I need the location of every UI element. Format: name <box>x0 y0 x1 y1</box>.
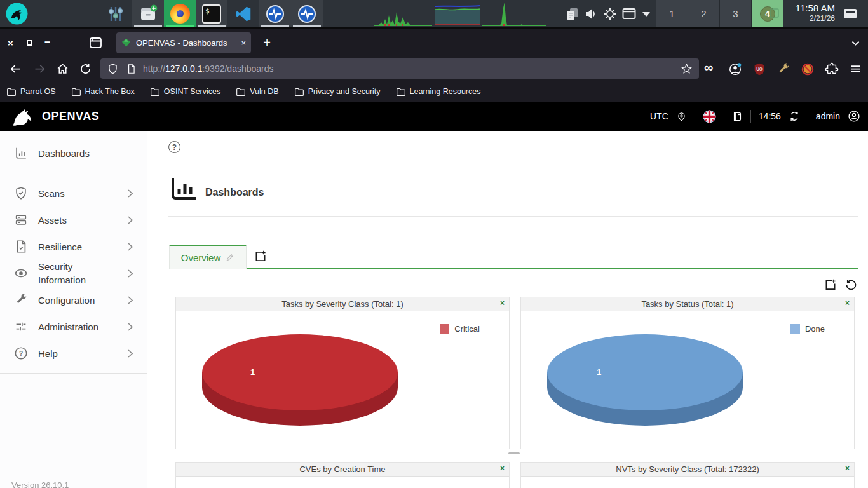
sidebar-item-dashboards[interactable]: Dashboards <box>0 140 147 166</box>
manual-book-icon[interactable] <box>732 111 743 122</box>
panel-header[interactable]: Tasks by Severity Class (Total: 1) × <box>176 297 509 311</box>
bookmark-label: Hack The Box <box>85 87 135 96</box>
panel-close-icon[interactable]: × <box>500 464 505 473</box>
pie-chart-done[interactable]: 1 <box>546 333 743 428</box>
folder-icon <box>71 87 81 97</box>
home-button[interactable] <box>56 62 69 76</box>
back-button[interactable] <box>9 62 22 76</box>
url-text[interactable]: http://127.0.0.1:9392/dashboards <box>143 64 681 74</box>
new-dashboard-icon[interactable] <box>254 250 267 263</box>
reset-icon[interactable] <box>844 278 858 292</box>
network-history-graph[interactable] <box>482 0 546 27</box>
clock[interactable]: 11:58 AM 2/21/26 <box>784 3 835 24</box>
sidebar-item-assets[interactable]: Assets <box>0 207 147 233</box>
gear-icon[interactable] <box>602 6 618 22</box>
bookmark-folder-hack-the-box[interactable]: Hack The Box <box>71 87 135 97</box>
extension-infinity-icon[interactable]: ∞ <box>704 60 713 75</box>
panel-close-icon[interactable]: × <box>845 299 850 308</box>
sidebar-label: Administration <box>38 320 117 334</box>
shield-permissions-icon[interactable] <box>107 63 119 75</box>
vscode-icon <box>234 4 253 24</box>
page-info-icon[interactable] <box>126 63 137 75</box>
row-resize-handle[interactable] <box>508 452 520 454</box>
parrot-menu-icon[interactable] <box>5 2 29 25</box>
window-close-button[interactable]: × <box>8 37 13 48</box>
panel-title: NVTs by Severity Class (Total: 172322) <box>521 464 854 474</box>
clipboard-tray-icon[interactable] <box>564 6 580 22</box>
firefox-launcher-active[interactable] <box>164 0 196 27</box>
bookmark-folder-privacy-and-security[interactable]: Privacy and Security <box>294 87 381 97</box>
extension-blocker-icon[interactable] <box>801 62 815 76</box>
workspace-3[interactable]: 3 <box>719 0 751 27</box>
firefox-view-icon[interactable] <box>89 36 102 50</box>
sidebar-item-resilience[interactable]: Resilience <box>0 233 147 260</box>
memory-history-graph[interactable] <box>435 3 480 25</box>
browser-tab-active[interactable]: OPENVAS - Dashboards × <box>116 32 251 53</box>
openvas-launcher-2[interactable] <box>291 0 323 27</box>
cpu-history-graph[interactable] <box>374 0 432 27</box>
panel-close-icon[interactable]: × <box>845 464 850 473</box>
forward-button[interactable] <box>33 62 46 76</box>
account-icon[interactable] <box>728 62 742 76</box>
refresh-icon[interactable] <box>789 111 800 122</box>
chevron-down-icon[interactable] <box>642 11 651 17</box>
terminal-launcher[interactable]: $_ <box>196 0 227 27</box>
sidebar-item-scans[interactable]: Scans <box>0 180 147 207</box>
tab-close-icon[interactable]: × <box>241 38 246 48</box>
bookmark-folder-learning-resources[interactable]: Learning Resources <box>396 87 481 97</box>
extensions-puzzle-icon[interactable] <box>825 62 839 76</box>
new-tab-button[interactable]: + <box>258 34 276 51</box>
panel-close-icon[interactable]: × <box>500 299 505 308</box>
tray-drawer-icon[interactable] <box>843 8 858 20</box>
location-pin-icon[interactable] <box>676 111 687 122</box>
new-display-icon[interactable] <box>824 278 837 292</box>
bookmark-folder-vuln-db[interactable]: Vuln DB <box>236 87 278 97</box>
panel-header[interactable]: CVEs by Creation Time × <box>176 463 509 477</box>
panel-header[interactable]: NVTs by Severity Class (Total: 172322) × <box>521 463 854 477</box>
page-help-icon[interactable]: ? <box>168 141 180 153</box>
volume-icon[interactable] <box>583 6 599 22</box>
document-check-icon <box>14 240 28 254</box>
window-maximize-button[interactable] <box>27 40 32 46</box>
pie-chart-critical[interactable]: 1 <box>201 333 398 428</box>
panel-nvts-by-severity: NVTs by Severity Class (Total: 172322) × <box>520 462 855 488</box>
panel-header[interactable]: Tasks by Status (Total: 1) × <box>521 297 854 311</box>
sidebar-item-help[interactable]: ? Help <box>0 340 147 367</box>
workspace-2[interactable]: 2 <box>688 0 719 27</box>
edit-pencil-icon[interactable] <box>226 253 234 262</box>
language-flag-icon[interactable] <box>703 110 716 123</box>
timezone-label[interactable]: UTC <box>650 111 668 121</box>
clock-time: 11:58 AM <box>784 3 835 13</box>
workspace-4-active[interactable]: 4 <box>751 0 783 27</box>
display-tray-icon[interactable] <box>621 7 637 21</box>
sidebar-item-configuration[interactable]: Configuration <box>0 287 147 313</box>
url-bar[interactable]: http://127.0.0.1:9392/dashboards <box>100 58 699 79</box>
folder-icon <box>236 87 246 97</box>
folder-icon <box>6 87 17 97</box>
sidebar-label: Dashboards <box>38 147 117 160</box>
extension-wrench-icon[interactable] <box>776 62 790 76</box>
sidebar-label: Resilience <box>38 240 117 254</box>
ublock-origin-icon[interactable]: UO <box>752 62 766 76</box>
browser-tab-bar: × – OPENVAS - Dashboards × + <box>0 27 868 56</box>
vscode-launcher[interactable] <box>227 0 259 27</box>
menu-hamburger-icon[interactable] <box>849 62 862 76</box>
sidebar-item-security-information[interactable]: Security Information <box>0 260 147 287</box>
divider <box>724 110 724 123</box>
bookmark-folder-osint-services[interactable]: OSINT Services <box>150 87 220 97</box>
window-minimize-button[interactable]: – <box>44 36 50 48</box>
workspace-1[interactable]: 1 <box>656 0 688 27</box>
username[interactable]: admin <box>816 111 840 121</box>
openvas-launcher-1[interactable] <box>259 0 291 27</box>
bookmark-folder-parrot-os[interactable]: Parrot OS <box>6 87 56 97</box>
sidebar-divider <box>0 373 147 374</box>
sidebar-item-administration[interactable]: Administration <box>0 313 147 340</box>
file-manager-launcher[interactable] <box>132 0 164 27</box>
settings-sliders-icon[interactable] <box>107 5 125 23</box>
user-circle-icon[interactable] <box>848 110 860 123</box>
list-all-tabs-icon[interactable] <box>851 41 860 46</box>
reload-button[interactable] <box>79 62 92 76</box>
sidebar-label: Help <box>38 347 117 360</box>
tab-overview-active[interactable]: Overview <box>169 245 247 269</box>
bookmark-star-icon[interactable] <box>681 63 693 75</box>
